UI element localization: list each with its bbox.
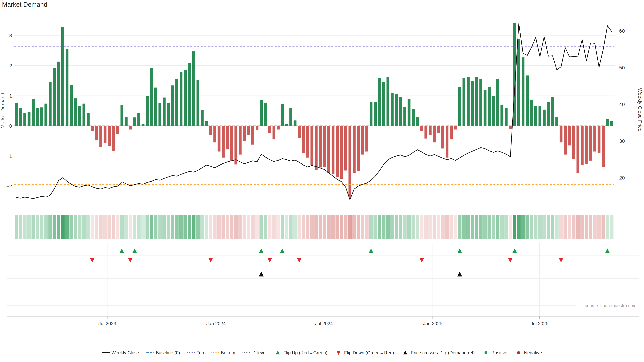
left-axis-tick-label: −2 [6,184,12,189]
heatmap-cell [488,215,491,239]
demand-bar-positive [44,104,47,126]
heatmap-cell [559,215,563,239]
demand-bar-positive [551,97,554,126]
heatmap-cell [179,215,183,239]
demand-bar-positive [62,27,64,126]
demand-bar-positive [70,85,72,126]
legend-item-label: Bottom [221,350,235,355]
heatmap-cell [606,215,609,239]
heatmap-cell [14,215,18,239]
heatmap-cell [61,215,64,239]
chart-title: Market Demand [2,1,47,8]
legend-triangle-up-icon [276,351,280,355]
heatmap-cell [129,215,132,239]
legend-item[interactable]: Negative [517,350,542,355]
legend-item[interactable]: Flip Up (Red→Green) [276,350,327,355]
heatmap-cell [166,215,170,239]
heatmap-cell [399,215,402,239]
heatmap-cell [158,215,162,239]
flip-down-marker [508,258,512,263]
heatmap-cell [513,215,516,239]
demand-bar-negative [116,126,119,134]
demand-bar-positive [66,49,68,126]
legend-item-label: Flip Up (Red→Green) [283,350,327,355]
heatmap-cell [374,215,377,239]
heatmap-cell [116,215,120,239]
x-axis-tick-label: Jul 2024 [315,321,333,326]
legend-item[interactable]: Flip Down (Green→Red) [336,350,394,355]
event-markers [90,249,610,277]
demand-bar-positive [606,119,609,126]
demand-bar-negative [230,126,233,161]
source-text: source: sharemaestro.com [585,303,636,308]
legend-item[interactable]: Positive [484,350,507,355]
legend-item[interactable]: Top [187,350,204,355]
heatmap-cell [428,215,432,239]
heatmap-cell [184,215,187,239]
demand-bar-positive [260,100,263,126]
demand-bar-negative [433,126,436,142]
heatmap-cell [175,215,178,239]
demand-bar-negative [213,126,216,142]
demand-bar-negative [366,126,368,151]
heatmap-cell [420,215,424,239]
demand-bar-negative [323,126,326,167]
heatmap-cell [416,215,419,239]
demand-bar-negative [95,126,98,140]
heatmap-cell [150,215,153,239]
demand-bar-positive [180,72,182,126]
heatmap-cell [327,215,330,239]
demand-bar-negative [209,126,212,135]
demand-bar-negative [353,126,356,173]
heatmap-cell [483,215,487,239]
heatmap-cell [331,215,335,239]
heatmap-cell [352,215,356,239]
demand-bar-negative [252,126,254,145]
demand-bar-negative [226,126,229,149]
legend-item[interactable]: Bottom [212,350,235,355]
demand-bar-negative [234,126,237,164]
heatmap-cell [213,215,216,239]
heatmap-cell [437,215,440,239]
heatmap-cell [602,215,605,239]
demand-bar-positive [74,98,77,126]
heatmap-cell [302,215,305,239]
heatmap-cell [260,215,263,239]
legend-item-label: Baseline (0) [156,350,180,355]
legend-item[interactable]: Baseline (0) [146,350,180,355]
heatmap-cell [390,215,394,239]
heatmap-cell [86,215,90,239]
heatmap-cell [251,215,254,239]
heatmap-cell [534,215,538,239]
legend-dot-icon [484,351,487,354]
demand-bar-positive [281,104,284,126]
demand-bar-negative [129,126,132,130]
heatmap-cell [90,215,94,239]
demand-bar-positive [488,87,491,126]
heatmap-cell [120,215,124,239]
legend-item[interactable]: Weekly Close [102,350,139,355]
heatmap-cell [204,215,208,239]
legend-item[interactable]: -1 level [242,350,266,355]
heatmap-cell [458,215,462,239]
legend-item[interactable]: Price crosses -1 ↑ (Demand ref) [403,350,474,355]
flip-down-marker [268,258,272,263]
gridlines [14,33,615,208]
heatmap-cell [27,215,31,239]
demand-bar-positive [120,105,123,126]
demand-bar-positive [205,121,208,126]
heatmap-cell [319,215,322,239]
demand-bar-negative [298,126,301,138]
heatmap-cell [542,215,546,239]
demand-bar-negative [302,126,305,153]
demand-bar-positive [167,103,170,126]
demand-bar-positive [395,94,398,126]
demand-bar-positive [556,117,558,126]
heatmap-cell [500,215,504,239]
heatmap-cell [209,215,212,239]
demand-bar-positive [176,79,178,126]
demand-bar-positive [500,105,503,126]
demand-bar-positive [192,51,195,126]
heatmap-cell [133,215,136,239]
heatmap-cell [82,215,86,239]
